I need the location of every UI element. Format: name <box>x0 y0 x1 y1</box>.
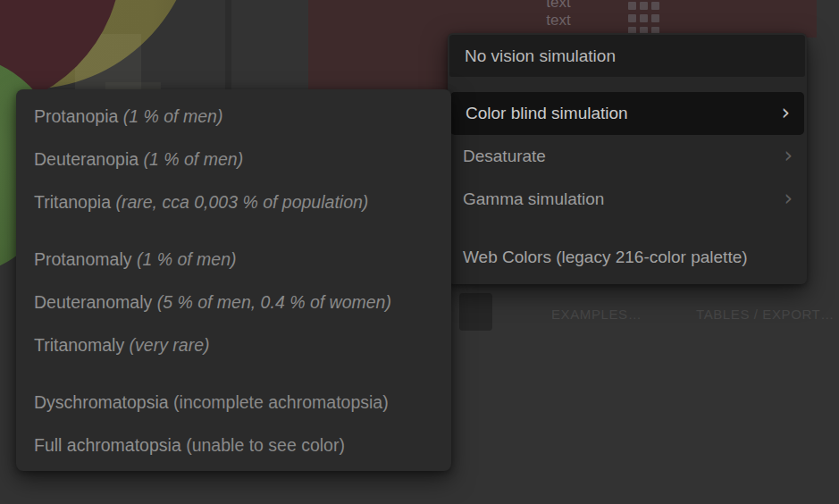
submenu-item-note: (rare, cca 0,003 % of population) <box>115 192 368 212</box>
tab-examples[interactable]: EXAMPLES… <box>551 307 642 322</box>
submenu-item-deuteranopia[interactable]: Deuteranopia (1 % of men) <box>16 138 451 181</box>
menu-item-web-colors-legacy-216-color-palette[interactable]: Web Colors (legacy 216-color palette) <box>448 236 807 279</box>
submenu-item-name: Tritanomaly <box>34 335 130 355</box>
submenu-item-name: Deuteranomaly <box>34 292 157 312</box>
swatch-dot <box>628 14 636 22</box>
swatch-grid-icon <box>628 2 664 36</box>
chevron-right-icon: › <box>784 135 793 176</box>
submenu-item-full-achromatopsia[interactable]: Full achromatopsia (unable to see color) <box>16 424 451 466</box>
menu-item-label: Gamma simulation <box>463 189 604 208</box>
column-divider <box>225 0 231 89</box>
menu-item-label: Desaturate <box>463 147 546 165</box>
submenu-item-tritanopia[interactable]: Tritanopia (rare, cca 0,003 % of populat… <box>16 181 451 223</box>
submenu-item-deuteranomaly[interactable]: Deuteranomaly (5 % of men, 0.4 % of wome… <box>16 281 451 323</box>
submenu-item-note: (5 % of men, 0.4 % of women) <box>157 292 391 312</box>
submenu-item-name: Tritanopia <box>34 192 115 212</box>
swatch-dot <box>640 14 648 22</box>
vision-simulation-menu: No vision simulationColor blind simulati… <box>448 33 807 284</box>
submenu-item-tritanomaly[interactable]: Tritanomaly (very rare) <box>16 323 451 366</box>
submenu-item-name: Deuteranopia <box>34 149 144 169</box>
menu-item-no-vision-simulation[interactable]: No vision simulation <box>449 35 805 77</box>
menu-item-label: Web Colors (legacy 216-color palette) <box>463 248 748 266</box>
toolbar-button[interactable] <box>459 293 492 331</box>
submenu-item-protanopia[interactable]: Protanopia (1 % of men) <box>16 95 451 138</box>
submenu-group: Protanomaly (1 % of men)Deuteranomaly (5… <box>16 238 451 366</box>
submenu-item-note: (1 % of men) <box>123 106 223 126</box>
submenu-item-note: (1 % of men) <box>137 249 237 269</box>
submenu-item-dyschromatopsia[interactable]: Dyschromatopsia (incomplete achromatopsi… <box>16 381 451 424</box>
chevron-right-icon: › <box>784 178 793 219</box>
submenu-item-name: Full achromatopsia <box>34 435 186 455</box>
submenu-group: Dyschromatopsia (incomplete achromatopsi… <box>16 381 451 466</box>
swatch-dot <box>651 2 659 10</box>
chevron-right-icon: › <box>781 92 790 133</box>
app-screen: text text EXAMPLES… TABLES / EXPORT… No … <box>0 0 839 504</box>
submenu-item-note: (very rare) <box>130 335 210 355</box>
swatch-dot <box>651 14 659 22</box>
color-blind-submenu: Protanopia (1 % of men)Deuteranopia (1 %… <box>16 89 451 471</box>
submenu-item-name: Protanopia <box>34 106 123 126</box>
swatch-dot <box>640 2 648 10</box>
submenu-item-note: (1 % of men) <box>144 149 244 169</box>
menu-item-label: Color blind simulation <box>466 104 628 122</box>
tab-tables-export[interactable]: TABLES / EXPORT… <box>696 307 835 322</box>
submenu-item-name: Dyschromatopsia <box>34 392 173 412</box>
maroon-background-block <box>308 0 451 89</box>
menu-item-color-blind-simulation[interactable]: Color blind simulation› <box>450 92 804 135</box>
menu-item-gamma-simulation[interactable]: Gamma simulation› <box>448 178 807 221</box>
submenu-group: Protanopia (1 % of men)Deuteranopia (1 %… <box>16 95 451 223</box>
swatch-dot <box>628 2 636 10</box>
submenu-item-name: Protanomaly <box>34 249 137 269</box>
submenu-item-note: (unable to see color) <box>186 435 345 455</box>
sample-text-label: text <box>539 0 578 12</box>
menu-item-desaturate[interactable]: Desaturate› <box>448 135 807 178</box>
submenu-item-protanomaly[interactable]: Protanomaly (1 % of men) <box>16 238 451 281</box>
menu-item-label: No vision simulation <box>465 46 616 65</box>
sample-text-label: text <box>539 12 578 29</box>
submenu-item-note: (incomplete achromatopsia) <box>173 392 389 412</box>
